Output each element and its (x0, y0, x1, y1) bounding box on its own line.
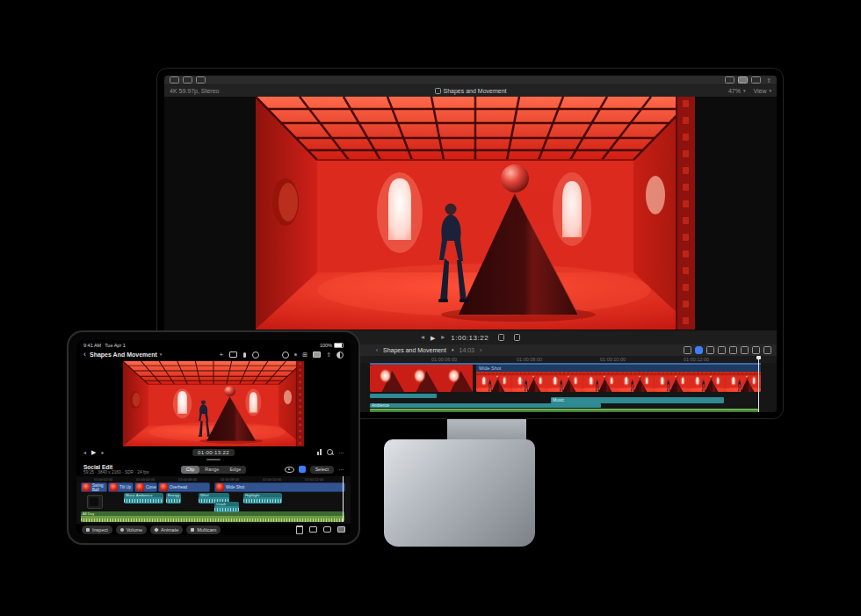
timeline-more-icon[interactable]: ⋯ (338, 467, 344, 472)
snapping-icon[interactable] (729, 346, 737, 354)
ipad-playhead[interactable] (343, 476, 344, 522)
timeline-project-title[interactable]: Shapes and Movement (383, 347, 446, 353)
play-icon[interactable]: ▶ (91, 449, 96, 455)
loop-icon[interactable] (498, 334, 504, 341)
next-project-icon[interactable]: › (480, 347, 481, 353)
viewer-video-frame (256, 97, 695, 330)
ipad-nav-bar: ‹ Shapes And Movement ▾ + ⊞ ⇧ (76, 348, 351, 361)
audio-clip-music-ambience[interactable]: Music Ambience (124, 493, 163, 504)
keyword-editor-icon[interactable] (183, 76, 192, 83)
timeline-audio-music[interactable]: Music (551, 397, 724, 403)
inspect-button[interactable]: Inspect (82, 525, 112, 534)
skip-forward-icon[interactable]: ▸ (441, 334, 445, 341)
fullscreen-icon[interactable] (514, 334, 520, 341)
mic-icon[interactable] (243, 352, 246, 358)
ipad-timeline-ruler[interactable]: 01:00:02:00 01:00:04:00 01:00:06:00 01:0… (76, 476, 351, 482)
solo-icon[interactable] (718, 346, 726, 354)
inspector-toggle-icon[interactable] (751, 76, 761, 83)
clip-thumbnail (216, 483, 224, 491)
skimming-icon[interactable] (695, 346, 703, 354)
library-icon[interactable] (229, 351, 237, 358)
clip-wide-shot[interactable]: Wide Shot (214, 482, 345, 492)
viewer-project-title: Shapes and Movement (444, 88, 507, 94)
audio-meter-icon[interactable] (317, 449, 322, 455)
multicam-grid-icon[interactable]: ⊞ (302, 351, 308, 358)
ipad-timecode: 01:00:13:22 (192, 449, 235, 456)
trash-icon[interactable] (296, 525, 303, 534)
previous-project-icon[interactable]: ‹ (376, 347, 378, 353)
connected-clip[interactable] (87, 495, 103, 509)
audio-skimming-icon[interactable] (706, 346, 714, 354)
view-dropdown-icon[interactable]: ▾ (769, 89, 771, 93)
import-media-icon[interactable] (170, 76, 179, 83)
clip-appearance-icon[interactable] (741, 346, 749, 354)
clock-icon[interactable] (282, 351, 289, 359)
skip-back-icon[interactable]: ◂ (421, 334, 424, 341)
viewer-options-icon[interactable] (313, 351, 321, 358)
battery-percent: 100% (320, 343, 332, 348)
capture-icon[interactable] (252, 351, 259, 359)
timeline-toggle-icon[interactable] (738, 76, 748, 83)
audio-clip-energy[interactable]: Energy (166, 493, 181, 504)
viewer-zoom-value[interactable]: 47% (728, 88, 741, 94)
ipad-project-title[interactable]: Shapes And Movement (90, 351, 157, 358)
back-chevron-icon[interactable]: ‹ (83, 351, 86, 359)
mac-toolbar: ⇧ (164, 76, 777, 85)
append-icon[interactable] (337, 526, 345, 533)
inspect-icon (86, 528, 90, 532)
mode-range[interactable]: Range (199, 466, 224, 474)
volume-button[interactable]: Volume (116, 525, 147, 534)
skip-back-icon[interactable]: ◂ (83, 450, 86, 455)
clip-thumbnail (110, 483, 118, 491)
ipad-bottom-toolbar: Inspect Volume Animate Multicam (76, 524, 351, 535)
ruler-label: 01:00:06:00 (178, 477, 197, 482)
clip-cones[interactable]: Cones (134, 482, 157, 492)
display-mode-icon[interactable] (336, 351, 344, 359)
overwrite-icon[interactable] (323, 526, 331, 533)
zoom-dropdown-icon[interactable]: ▾ (743, 89, 746, 93)
ipad-status-bar: 9:41 AM Tue Apr 1 100% (76, 340, 351, 348)
trim-tool-icon[interactable] (684, 346, 691, 354)
share-icon[interactable]: ⇧ (766, 77, 771, 83)
browser-toggle-icon[interactable] (725, 76, 734, 83)
clip-swing-ball[interactable]: Swing Ball (81, 482, 107, 492)
select-button[interactable]: Select (310, 466, 334, 474)
green-clip-all-day[interactable]: All Day (81, 511, 344, 522)
timeline-clip-wide-shot[interactable]: Wide Shot (476, 365, 761, 392)
animate-icon (154, 527, 159, 533)
project-dropdown-icon[interactable]: ▾ (160, 352, 163, 357)
snapping-icon[interactable] (299, 466, 306, 473)
timeline-clip-spheres[interactable] (370, 365, 474, 392)
mode-clip[interactable]: Clip (181, 466, 199, 474)
timeline-project-dropdown-icon[interactable]: ▾ (452, 348, 454, 352)
animate-button[interactable]: Animate (150, 525, 183, 534)
clip-overhead[interactable]: Overhead (158, 482, 210, 492)
background-tasks-icon[interactable] (196, 76, 206, 83)
multicam-button[interactable]: Multicam (186, 525, 221, 534)
skip-forward-icon[interactable]: ▸ (101, 450, 104, 455)
timeline-audio-bar[interactable] (370, 394, 437, 398)
add-media-icon[interactable]: + (220, 351, 224, 359)
play-icon[interactable]: ▶ (430, 335, 435, 341)
mac-playhead[interactable] (758, 356, 759, 412)
ruler-label: 01:00:04:00 (136, 477, 155, 482)
audio-clip-highlight[interactable]: Highlight (243, 493, 282, 504)
viewer-view-button[interactable]: View (753, 88, 766, 94)
fcp-ipad-window: 9:41 AM Tue Apr 1 100% ‹ Shapes And Move… (76, 340, 351, 535)
clip-thumbnail (136, 483, 144, 491)
zoom-fit-icon[interactable] (752, 346, 760, 354)
audio-clip-crash[interactable]: Crash (214, 502, 239, 512)
mode-edge[interactable]: Edge (224, 466, 246, 474)
duplicate-icon[interactable] (309, 526, 317, 533)
timeline-audio-ambience[interactable]: Ambience (370, 403, 601, 408)
zoom-icon[interactable] (327, 449, 333, 455)
panel-drag-handle[interactable] (206, 459, 221, 460)
project-icon (435, 88, 441, 94)
clip-visibility-icon[interactable] (285, 467, 294, 473)
clip-tilt-up[interactable]: Tilt Up (108, 482, 134, 492)
ipad-viewer (76, 361, 351, 446)
export-icon[interactable]: ⇧ (326, 351, 331, 358)
timeline-green-clip[interactable] (370, 409, 758, 412)
more-icon[interactable]: ⋯ (338, 450, 344, 455)
timeline-settings-icon[interactable] (763, 346, 771, 354)
